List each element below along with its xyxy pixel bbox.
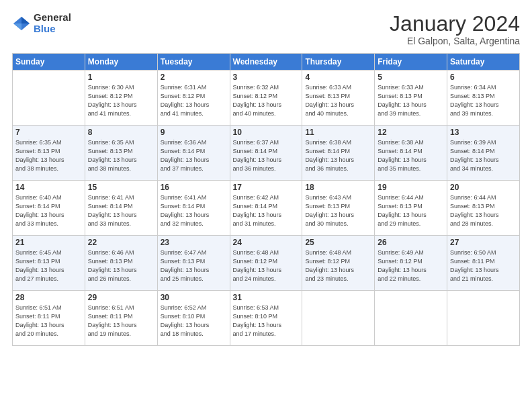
day-info: Sunrise: 6:34 AM Sunset: 8:13 PM Dayligh… — [450, 83, 517, 118]
table-row: 7Sunrise: 6:35 AM Sunset: 8:13 PM Daylig… — [13, 126, 85, 181]
day-number: 17 — [233, 183, 300, 192]
header-monday: Monday — [85, 54, 157, 71]
day-info: Sunrise: 6:51 AM Sunset: 8:11 PM Dayligh… — [88, 304, 154, 338]
day-number: 15 — [88, 183, 154, 192]
day-info: Sunrise: 6:38 AM Sunset: 8:14 PM Dayligh… — [305, 138, 371, 173]
day-info: Sunrise: 6:32 AM Sunset: 8:12 PM Dayligh… — [233, 83, 300, 118]
calendar-header-row: Sunday Monday Tuesday Wednesday Thursday… — [13, 54, 520, 71]
day-info: Sunrise: 6:51 AM Sunset: 8:11 PM Dayligh… — [15, 304, 82, 338]
table-row: 24Sunrise: 6:48 AM Sunset: 8:12 PM Dayli… — [230, 236, 302, 291]
table-row — [13, 71, 85, 126]
day-number: 11 — [305, 128, 371, 137]
logo-general-text: General — [34, 12, 71, 24]
day-info: Sunrise: 6:44 AM Sunset: 8:13 PM Dayligh… — [450, 193, 517, 228]
table-row — [447, 291, 520, 346]
week-row-1: 1Sunrise: 6:30 AM Sunset: 8:12 PM Daylig… — [13, 71, 520, 126]
day-number: 12 — [378, 128, 444, 137]
day-info: Sunrise: 6:41 AM Sunset: 8:14 PM Dayligh… — [88, 193, 154, 228]
day-info: Sunrise: 6:47 AM Sunset: 8:13 PM Dayligh… — [161, 248, 227, 283]
day-number: 10 — [233, 128, 300, 137]
svg-marker-2 — [13, 24, 21, 30]
table-row: 4Sunrise: 6:33 AM Sunset: 8:13 PM Daylig… — [302, 71, 375, 126]
day-info: Sunrise: 6:33 AM Sunset: 8:13 PM Dayligh… — [305, 83, 371, 118]
header-wednesday: Wednesday — [230, 54, 302, 71]
day-info: Sunrise: 6:40 AM Sunset: 8:14 PM Dayligh… — [15, 193, 82, 228]
day-number: 27 — [450, 238, 517, 247]
day-info: Sunrise: 6:49 AM Sunset: 8:12 PM Dayligh… — [378, 248, 444, 283]
day-info: Sunrise: 6:46 AM Sunset: 8:13 PM Dayligh… — [88, 248, 154, 283]
day-info: Sunrise: 6:38 AM Sunset: 8:14 PM Dayligh… — [378, 138, 444, 173]
table-row: 1Sunrise: 6:30 AM Sunset: 8:12 PM Daylig… — [85, 71, 157, 126]
logo-blue-text: Blue — [34, 24, 71, 35]
day-info: Sunrise: 6:33 AM Sunset: 8:13 PM Dayligh… — [378, 83, 444, 118]
table-row: 23Sunrise: 6:47 AM Sunset: 8:13 PM Dayli… — [157, 236, 230, 291]
table-row: 28Sunrise: 6:51 AM Sunset: 8:11 PM Dayli… — [13, 291, 85, 346]
day-number: 7 — [15, 128, 82, 137]
logo-icon — [12, 14, 31, 33]
table-row: 11Sunrise: 6:38 AM Sunset: 8:14 PM Dayli… — [302, 126, 375, 181]
day-number: 26 — [378, 238, 444, 247]
day-number: 29 — [88, 293, 154, 302]
day-number: 18 — [305, 183, 371, 192]
day-info: Sunrise: 6:52 AM Sunset: 8:10 PM Dayligh… — [161, 304, 227, 338]
day-number: 21 — [15, 238, 82, 247]
table-row: 26Sunrise: 6:49 AM Sunset: 8:12 PM Dayli… — [375, 236, 447, 291]
table-row: 25Sunrise: 6:48 AM Sunset: 8:12 PM Dayli… — [302, 236, 375, 291]
day-info: Sunrise: 6:42 AM Sunset: 8:14 PM Dayligh… — [233, 193, 300, 228]
svg-marker-1 — [21, 17, 30, 24]
header-tuesday: Tuesday — [157, 54, 230, 71]
table-row: 31Sunrise: 6:53 AM Sunset: 8:10 PM Dayli… — [230, 291, 302, 346]
day-number: 22 — [88, 238, 154, 247]
calendar-table: Sunday Monday Tuesday Wednesday Thursday… — [12, 53, 520, 346]
day-info: Sunrise: 6:48 AM Sunset: 8:12 PM Dayligh… — [233, 248, 300, 283]
week-row-4: 21Sunrise: 6:45 AM Sunset: 8:13 PM Dayli… — [13, 236, 520, 291]
table-row: 16Sunrise: 6:41 AM Sunset: 8:14 PM Dayli… — [157, 181, 230, 236]
header-saturday: Saturday — [447, 54, 520, 71]
table-row: 29Sunrise: 6:51 AM Sunset: 8:11 PM Dayli… — [85, 291, 157, 346]
table-row: 6Sunrise: 6:34 AM Sunset: 8:13 PM Daylig… — [447, 71, 520, 126]
day-info: Sunrise: 6:53 AM Sunset: 8:10 PM Dayligh… — [233, 304, 300, 338]
day-info: Sunrise: 6:43 AM Sunset: 8:13 PM Dayligh… — [305, 193, 371, 228]
day-info: Sunrise: 6:39 AM Sunset: 8:14 PM Dayligh… — [450, 138, 517, 173]
day-number: 6 — [450, 73, 517, 82]
day-info: Sunrise: 6:37 AM Sunset: 8:14 PM Dayligh… — [233, 138, 300, 173]
day-info: Sunrise: 6:35 AM Sunset: 8:13 PM Dayligh… — [88, 138, 154, 173]
table-row: 12Sunrise: 6:38 AM Sunset: 8:14 PM Dayli… — [375, 126, 447, 181]
header-friday: Friday — [375, 54, 447, 71]
table-row: 9Sunrise: 6:36 AM Sunset: 8:14 PM Daylig… — [157, 126, 230, 181]
table-row: 20Sunrise: 6:44 AM Sunset: 8:13 PM Dayli… — [447, 181, 520, 236]
table-row: 22Sunrise: 6:46 AM Sunset: 8:13 PM Dayli… — [85, 236, 157, 291]
table-row: 2Sunrise: 6:31 AM Sunset: 8:12 PM Daylig… — [157, 71, 230, 126]
day-info: Sunrise: 6:41 AM Sunset: 8:14 PM Dayligh… — [161, 193, 227, 228]
table-row: 10Sunrise: 6:37 AM Sunset: 8:14 PM Dayli… — [230, 126, 302, 181]
table-row: 3Sunrise: 6:32 AM Sunset: 8:12 PM Daylig… — [230, 71, 302, 126]
logo: General Blue — [12, 12, 71, 34]
day-number: 5 — [378, 73, 444, 82]
day-number: 1 — [88, 73, 154, 82]
location-subtitle: El Galpon, Salta, Argentina — [390, 36, 520, 46]
table-row — [375, 291, 447, 346]
header-thursday: Thursday — [302, 54, 375, 71]
day-number: 14 — [15, 183, 82, 192]
day-number: 30 — [161, 293, 227, 302]
day-info: Sunrise: 6:50 AM Sunset: 8:11 PM Dayligh… — [450, 248, 517, 283]
week-row-3: 14Sunrise: 6:40 AM Sunset: 8:14 PM Dayli… — [13, 181, 520, 236]
page: General Blue January 2024 El Galpon, Sal… — [0, 0, 532, 411]
day-number: 9 — [161, 128, 227, 137]
day-number: 8 — [88, 128, 154, 137]
day-info: Sunrise: 6:45 AM Sunset: 8:13 PM Dayligh… — [15, 248, 82, 283]
week-row-2: 7Sunrise: 6:35 AM Sunset: 8:13 PM Daylig… — [13, 126, 520, 181]
logo-text: General Blue — [34, 12, 71, 34]
table-row: 14Sunrise: 6:40 AM Sunset: 8:14 PM Dayli… — [13, 181, 85, 236]
table-row: 30Sunrise: 6:52 AM Sunset: 8:10 PM Dayli… — [157, 291, 230, 346]
table-row — [302, 291, 375, 346]
table-row: 21Sunrise: 6:45 AM Sunset: 8:13 PM Dayli… — [13, 236, 85, 291]
table-row: 8Sunrise: 6:35 AM Sunset: 8:13 PM Daylig… — [85, 126, 157, 181]
header: General Blue January 2024 El Galpon, Sal… — [12, 12, 520, 46]
table-row: 18Sunrise: 6:43 AM Sunset: 8:13 PM Dayli… — [302, 181, 375, 236]
table-row: 19Sunrise: 6:44 AM Sunset: 8:13 PM Dayli… — [375, 181, 447, 236]
title-block: January 2024 El Galpon, Salta, Argentina — [390, 12, 520, 46]
day-info: Sunrise: 6:35 AM Sunset: 8:13 PM Dayligh… — [15, 138, 82, 173]
day-number: 19 — [378, 183, 444, 192]
day-number: 2 — [161, 73, 227, 82]
